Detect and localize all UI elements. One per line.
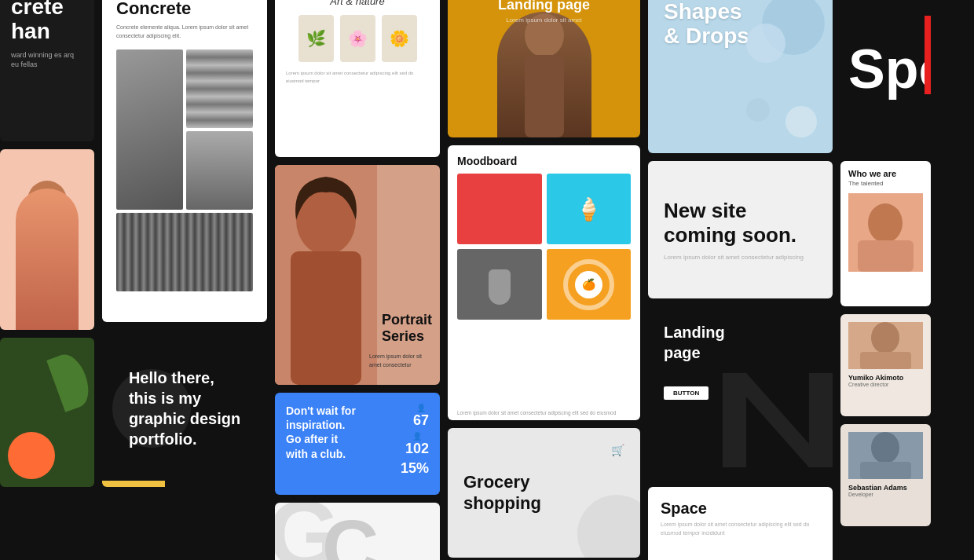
photo-wave: [186, 49, 253, 128]
column-4: Landing page Lorem ipsum dolor sit amet …: [448, 0, 640, 558]
portrait-small-text: Lorem ipsum dolor sit amet consectetur: [369, 353, 432, 369]
new-site-sub: Lorem ipsum dolor sit amet consectetur a…: [664, 254, 817, 261]
svg-rect-2: [291, 251, 361, 385]
woman-hat-card: [0, 149, 94, 330]
photo-grid: [116, 49, 253, 291]
fruit-card: [0, 338, 94, 487]
plate-inner: 🍊: [575, 271, 602, 298]
column-2: Concrete Concrete elemente aliqua. Lorem…: [102, 0, 267, 487]
yellow-bar: [102, 481, 165, 487]
shapes-drops-card: Shapes & Drops: [648, 0, 833, 153]
main-canvas: crete han ward winning es arq eu fellas …: [0, 0, 974, 560]
spe-card: Spe: [840, 0, 931, 153]
person1-name: Yumiko Akimoto: [848, 374, 923, 382]
landing2-card: Landing page BUTTON: [648, 306, 833, 479]
art-nature-caption: Lorem ipsum dolor sit amet consectetur a…: [286, 70, 429, 85]
who-we-are-title: Who we are: [848, 169, 923, 178]
bubble-4: [746, 98, 770, 122]
svg-rect-10: [860, 352, 911, 369]
svg-point-6: [868, 203, 903, 243]
person1-card: Yumiko Akimoto Creative director: [840, 314, 931, 416]
new-site-card: New site coming soon. Lorem ipsum dolor …: [648, 161, 833, 298]
svg-rect-13: [860, 462, 911, 479]
plate-circle: 🍊: [563, 259, 614, 310]
letter-c: C: [322, 503, 379, 560]
svg-rect-4: [525, 55, 564, 137]
portrait-card: Portrait Series Lorem ipsum dolor sit am…: [275, 165, 440, 385]
concrete-card: Concrete Concrete elemente aliqua. Lorem…: [102, 0, 267, 322]
moodboard-desc: Lorem ipsum dolor sit amet consectetur a…: [457, 409, 631, 417]
column-1: crete han ward winning es arq eu fellas: [0, 0, 94, 487]
stats-block: 👤 67 👤 102 15%: [401, 404, 429, 477]
column-6: Spe Who we are The talented: [840, 0, 931, 526]
svg-point-12: [871, 432, 899, 463]
mood-blue: 🍦: [547, 174, 632, 244]
stat-3: 15%: [401, 460, 429, 477]
stat-1: 👤 67: [413, 404, 429, 429]
space-card: Space Lorem ipsum dolor sit amet consect…: [648, 487, 833, 560]
figure-shape: [16, 188, 79, 330]
landing-sub: Lorem ipsum dolor sit amet: [506, 16, 581, 24]
spe-text: Spe: [848, 42, 931, 97]
who-we-are-card: Who we are The talented: [840, 161, 931, 306]
concrete-desc: Concrete elemente aliqua. Lorem ipsum do…: [116, 24, 253, 40]
landing-page-card: Landing page Lorem ipsum dolor sit amet: [448, 0, 640, 137]
mood-plate: 🍊: [547, 249, 632, 320]
plate-container: 🍊: [547, 249, 632, 320]
person2-role: Developer: [848, 492, 923, 497]
fruit-circle: [8, 432, 55, 479]
inspiration-text: Don't wait for inspiration. Go after it …: [286, 404, 388, 461]
stat-2-icon: 👤: [412, 432, 422, 441]
hello-text: Hello there, this is my graphic design p…: [129, 368, 240, 449]
stat-2: 👤 102: [405, 432, 429, 457]
stat-2-num: 102: [405, 441, 429, 457]
art-nature-card: Art & nature 🌿 🌸 🌼 Lorem ipsum dolor sit…: [275, 0, 440, 157]
stat-1-icon: 👤: [416, 404, 426, 412]
moodboard-title: Moodboard: [457, 155, 631, 167]
big-letter-n: [715, 365, 833, 479]
moodboard-card: Moodboard 🍦 🍊: [448, 145, 640, 420]
card-sub-text: ward winning es arq eu fellas: [11, 50, 83, 70]
grocery-card: Grocery shopping 🛒: [448, 428, 640, 558]
mood-red: [457, 174, 542, 244]
landing-title: Landing page: [498, 0, 590, 13]
portrait-photo: [275, 165, 377, 385]
svg-point-9: [871, 322, 899, 353]
column-5: Shapes & Drops New site coming soon. Lor…: [648, 0, 833, 560]
vase-shape: [489, 269, 511, 305]
person1-photo: [848, 322, 923, 369]
photo-curve: [186, 131, 253, 210]
person-silhouette: [497, 12, 591, 137]
stat-1-num: 67: [413, 412, 429, 429]
red-bar: [925, 16, 931, 94]
svg-rect-7: [858, 240, 914, 272]
bubble-2: [746, 24, 785, 63]
landing2-title: Landing page: [664, 322, 817, 363]
card-big-text: crete han: [11, 0, 83, 44]
landing2-button[interactable]: BUTTON: [664, 386, 709, 400]
portrait-series-text: Portrait Series: [382, 312, 432, 346]
flower-3: 🌼: [382, 15, 417, 62]
concrete-man-card: crete han ward winning es arq eu fellas: [0, 0, 94, 141]
stat-3-num: 15%: [401, 460, 429, 477]
grocery-icon: 🛒: [611, 444, 624, 456]
typography-card: G C: [275, 503, 440, 560]
who-we-are-photo: [848, 193, 923, 272]
concrete-title: Concrete: [116, 0, 253, 19]
person2-photo: [848, 432, 923, 479]
art-nature-title: Art & nature: [286, 0, 429, 7]
flower-2: 🌸: [340, 15, 375, 62]
photo-arch: [116, 49, 183, 210]
mood-vase: [457, 249, 542, 320]
bubble-3: [785, 106, 817, 137]
leaf-shape: [46, 350, 94, 412]
space-title: Space: [661, 500, 820, 518]
mood-grid: 🍦 🍊: [457, 174, 631, 403]
space-desc: Lorem ipsum dolor sit amet consectetur a…: [661, 521, 820, 537]
portfolio-grid: crete han ward winning es arq eu fellas …: [0, 0, 939, 560]
photo-pillars: [116, 213, 253, 291]
new-site-title: New site coming soon.: [664, 199, 817, 247]
person2-card: Sebastian Adams Developer: [840, 424, 931, 526]
hello-card: Hello there, this is my graphic design p…: [102, 330, 267, 487]
inspiration-card: Don't wait for inspiration. Go after it …: [275, 393, 440, 495]
